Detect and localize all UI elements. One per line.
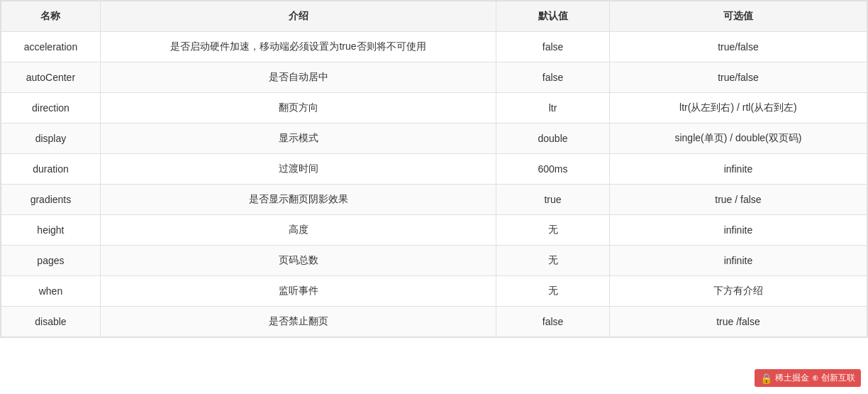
cell-options: true / false <box>609 185 867 215</box>
table-row: acceleration是否启动硬件加速，移动端必须设置为true否则将不可使用… <box>1 32 867 62</box>
table-row: gradients是否显示翻页阴影效果truetrue / false <box>1 185 867 215</box>
cell-name: when <box>1 276 101 307</box>
table-row: height高度无infinite <box>1 215 867 246</box>
cell-description: 是否禁止翻页 <box>100 307 496 337</box>
cell-name: disable <box>1 307 101 337</box>
cell-options: infinite <box>609 154 867 185</box>
cell-description: 是否显示翻页阴影效果 <box>100 185 496 215</box>
table-row: direction翻页方向ltrltr(从左到右) / rtl(从右到左) <box>1 93 867 124</box>
table-row: disable是否禁止翻页falsetrue /false <box>1 307 867 337</box>
header-default: 默认值 <box>496 1 610 32</box>
cell-name: height <box>1 215 101 246</box>
cell-name: display <box>1 124 101 154</box>
cell-name: autoCenter <box>1 62 101 93</box>
cell-default: 无 <box>496 276 610 307</box>
cell-description: 是否启动硬件加速，移动端必须设置为true否则将不可使用 <box>100 32 496 62</box>
cell-options: infinite <box>609 246 867 276</box>
table-row: display显示模式doublesingle(单页) / double(双页码… <box>1 124 867 154</box>
cell-description: 监听事件 <box>100 276 496 307</box>
cell-description: 高度 <box>100 215 496 246</box>
cell-default: false <box>496 32 610 62</box>
cell-options: true/false <box>609 32 867 62</box>
cell-default: 无 <box>496 215 610 246</box>
cell-description: 显示模式 <box>100 124 496 154</box>
header-name: 名称 <box>1 1 101 32</box>
cell-description: 页码总数 <box>100 246 496 276</box>
cell-options: infinite <box>609 215 867 246</box>
cell-default: false <box>496 307 610 337</box>
cell-default: ltr <box>496 93 610 124</box>
table-row: when监听事件无下方有介绍 <box>1 276 867 307</box>
cell-default: double <box>496 124 610 154</box>
cell-options: single(单页) / double(双页码) <box>609 124 867 154</box>
table-row: autoCenter是否自动居中falsetrue/false <box>1 62 867 93</box>
header-options: 可选值 <box>609 1 867 32</box>
cell-name: gradients <box>1 185 101 215</box>
cell-name: pages <box>1 246 101 276</box>
cell-description: 翻页方向 <box>100 93 496 124</box>
cell-options: 下方有介绍 <box>609 276 867 307</box>
cell-options: true /false <box>609 307 867 337</box>
cell-default: 600ms <box>496 154 610 185</box>
cell-name: acceleration <box>1 32 101 62</box>
table-row: pages页码总数无infinite <box>1 246 867 276</box>
table-row: duration过渡时间600msinfinite <box>1 154 867 185</box>
cell-description: 过渡时间 <box>100 154 496 185</box>
properties-table-container: 名称 介绍 默认值 可选值 acceleration是否启动硬件加速，移动端必须… <box>0 0 868 338</box>
cell-description: 是否自动居中 <box>100 62 496 93</box>
header-description: 介绍 <box>100 1 496 32</box>
cell-options: true/false <box>609 62 867 93</box>
cell-default: true <box>496 185 610 215</box>
cell-default: 无 <box>496 246 610 276</box>
cell-name: duration <box>1 154 101 185</box>
cell-default: false <box>496 62 610 93</box>
table-header-row: 名称 介绍 默认值 可选值 <box>1 1 867 32</box>
cell-name: direction <box>1 93 101 124</box>
properties-table: 名称 介绍 默认值 可选值 acceleration是否启动硬件加速，移动端必须… <box>1 1 867 337</box>
cell-options: ltr(从左到右) / rtl(从右到左) <box>609 93 867 124</box>
